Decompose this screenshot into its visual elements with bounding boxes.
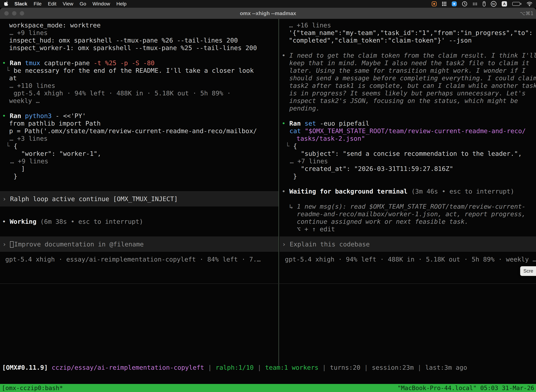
terminal-line: inspect_hud: omx sparkshell --tmux-pane … [9, 37, 238, 44]
text-segment: (3m 46s • esc to interrupt) [407, 188, 514, 195]
text-segment: Waiting for background terminal [289, 188, 407, 195]
text-segment: is in progress? It seems likely but perh… [289, 89, 526, 97]
text-segment: tmux [25, 59, 40, 67]
text-segment: 1 new msg(s): read $OMX_TEAM_STATE_ROOT/… [297, 203, 526, 210]
blue-app-icon[interactable] [452, 1, 457, 6]
text-segment: Explain this codebase [290, 241, 370, 248]
battery-nub [521, 3, 521, 5]
apple-icon [4, 1, 9, 7]
keyboard-input-source-icon[interactable]: A [502, 1, 507, 6]
menu-edit[interactable]: Edit [45, 1, 59, 7]
text-segment: pending. [289, 105, 320, 112]
text-segment: ↳ [289, 203, 297, 210]
terminal-line: └ { [286, 142, 297, 150]
terminal-line: └ { [6, 142, 17, 150]
menu-help[interactable]: Help [113, 1, 130, 7]
text-segment: • [282, 52, 289, 59]
menu-window[interactable]: Window [89, 1, 113, 7]
text-segment: … +9 lines [10, 29, 48, 36]
menu-bar: Slack File Edit View Go Window Help 61 A [0, 0, 536, 8]
terminal-line: inspect_worker-1: omx sparkshell --tmux-… [9, 44, 257, 52]
text-segment: Improve documentation in @filename [14, 241, 144, 248]
terminal-line: readme-and-reco/mailbox/worker-1.json, a… [297, 210, 526, 218]
tmux-status-bar: [omx-cczip0:bash* "MacBook-Pro-44.local"… [0, 384, 536, 392]
terminal-line: gpt-5.4 xhigh · 94% left · 488K in · 5.1… [285, 256, 536, 263]
content-separator [0, 284, 536, 284]
text-segment: • [2, 59, 10, 67]
menu-file[interactable]: File [30, 1, 45, 7]
wifi-icon[interactable] [526, 1, 532, 6]
terminal-line: "subject": "send a concise recommendatio… [293, 150, 522, 157]
terminal-pane-right[interactable]: … +16 lines'{"team_name":"my-team","task… [280, 19, 536, 288]
terminal-line: › Explain this codebase [282, 240, 370, 248]
menu-bar-status-icons: 61 A [432, 1, 534, 7]
app-menu-title[interactable]: Slack [11, 1, 30, 7]
terminal-line: … +9 lines [10, 157, 48, 165]
text-segment: • [282, 120, 289, 127]
text-segment: - <<'PY' [52, 112, 86, 119]
text-segment: › [282, 241, 290, 248]
text-segment: | [254, 364, 265, 371]
apple-menu[interactable] [2, 1, 11, 7]
key-icon[interactable] [483, 1, 486, 6]
text-segment: ] [14, 165, 25, 172]
text-segment: "created_at": "2026-03-31T11:59:27.816Z" [293, 165, 453, 172]
text-segment: should send a message before completing … [289, 75, 536, 82]
text-segment: | [360, 364, 372, 371]
text-segment: "worker": "worker-1", [14, 150, 101, 157]
text-segment: gpt-5.4 xhigh · 94% left · 488K in · 5.1… [285, 256, 536, 263]
text-segment: weekly … [9, 97, 40, 104]
text-segment: readme-and-reco/mailbox/worker-1.json, a… [297, 210, 526, 218]
gauge-badge-icon[interactable]: 61 [491, 1, 496, 7]
text-segment: p = Path('.omx/state/team/review-current… [9, 127, 257, 135]
terminal-line: pending. [289, 104, 320, 112]
terminal-line: task2 after task1 is complete, but can I… [289, 82, 536, 89]
text-segment: } [14, 173, 17, 180]
terminal-line: '{"team_name":"my-team","task_id":"1","f… [289, 29, 533, 37]
menu-view[interactable]: View [60, 1, 77, 7]
battery-icon[interactable] [512, 2, 521, 6]
minimize-button[interactable] [12, 11, 17, 16]
zoom-button[interactable] [20, 11, 24, 16]
battery-body [512, 2, 520, 6]
text-cursor [10, 241, 14, 248]
terminal-line: keep that in mind. Maybe I also need the… [289, 59, 529, 67]
tmux-session-info: [omx-cczip0:bash* [2, 384, 63, 392]
terminal-line: › Ralph loop active continue [OMX_TMUX_I… [2, 195, 178, 203]
pane-divider[interactable] [278, 19, 279, 366]
terminal-line: ⌥ + ↑ edit [297, 225, 335, 233]
omx-status-line: [OMX#0.11.9] cczip/essay/ai-reimplementa… [2, 364, 467, 371]
screen-recording-indicator-icon[interactable] [432, 1, 437, 6]
text-segment: gpt-5.4 xhigh · 94% left · 488K in · 5.1… [14, 89, 231, 97]
text-segment: • [282, 188, 289, 195]
text-segment: turns:20 [330, 364, 360, 371]
terminal-pane-left[interactable]: workspace_mode: worktree… +9 linesinspec… [0, 19, 278, 288]
terminal-line: • Ran set -euo pipefail [282, 120, 369, 127]
text-segment: cczip/essay/ai-reimplementation-copyleft [52, 364, 204, 371]
text-segment: inspect_worker-1: omx sparkshell --tmux-… [9, 44, 257, 51]
text-segment: continue assigned work or next feasible … [297, 218, 468, 225]
text-segment [48, 364, 52, 371]
terminal-line: … +110 lines [10, 82, 55, 89]
terminal-line: … +16 lines [289, 21, 331, 29]
text-segment: gpt-5.4 xhigh · essay/ai-reimplementatio… [5, 256, 261, 263]
text-segment: Ran [10, 112, 25, 119]
dots-grid-icon[interactable] [473, 2, 478, 6]
window-grid-icon[interactable] [442, 2, 446, 6]
terminal-line: • I need to get the claim token from the… [282, 52, 536, 59]
tmux-host-and-time: "MacBook-Pro-44.local" 05:03 31-Mar-26 [397, 384, 534, 392]
text-segment: be necessary for the end of the README. … [14, 67, 254, 74]
terminal-line: } [293, 173, 297, 180]
text-segment: "completed","claim_token":"claim-token"}… [289, 37, 472, 44]
menu-go[interactable]: Go [77, 1, 89, 7]
clock-icon[interactable] [462, 1, 467, 6]
text-segment: later. Using the same for transition mig… [289, 67, 526, 74]
close-button[interactable] [4, 11, 9, 16]
text-segment: last:3m ago [425, 364, 467, 371]
text-segment: Working [10, 218, 36, 225]
terminal-line: from pathlib import Path [9, 120, 100, 127]
terminal-line: • Ran tmux capture-pane -t %25 -p -S -80 [2, 59, 155, 67]
text-segment: set [305, 120, 316, 127]
terminal-window: omx --xhigh --madmax ⌥⌘1 workspace_mode:… [0, 8, 536, 392]
text-segment: "subject": "send a concise recommendatio… [293, 150, 522, 157]
